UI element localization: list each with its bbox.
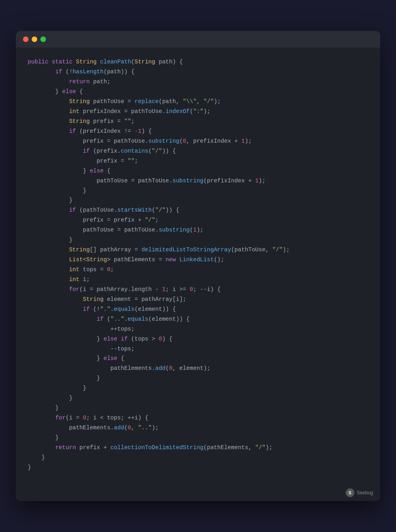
code-line-19: pathToUse = pathToUse.substring(1);	[28, 225, 368, 235]
seebug-brand: S Seebug	[346, 488, 373, 497]
code-line-17: if (pathToUse.startsWith("/")) {	[28, 205, 368, 215]
titlebar	[16, 31, 380, 48]
code-line-10: if (prefix.contains("/")) {	[28, 146, 368, 156]
code-line-7: String prefix = "";	[28, 117, 368, 126]
code-line-12: } else {	[28, 166, 368, 176]
code-line-32: } else if (tops > 0) {	[28, 334, 368, 344]
code-line-43: }	[28, 433, 368, 443]
code-line-46: }	[28, 453, 368, 463]
code-line-31: ++tops;	[28, 324, 368, 334]
code-line-28: String element = pathArray[i];	[28, 295, 368, 304]
code-line-42: pathElements.add(0, "..");	[28, 423, 368, 433]
code-line-45: return prefix + collectionToDelimitedStr…	[28, 443, 368, 453]
code-line-22: String[] pathArray = delimitedListToStri…	[28, 245, 368, 255]
close-button[interactable]	[23, 36, 29, 42]
minimize-button[interactable]	[32, 36, 37, 42]
code-line-39: }	[28, 403, 368, 413]
code-line-8: if (prefixIndex != -1) {	[28, 126, 368, 136]
code-line-35: pathElements.add(0, element);	[28, 364, 368, 373]
code-line-11: prefix = "";	[28, 156, 368, 166]
code-line-13: pathToUse = pathToUse.substring(prefixIn…	[28, 176, 368, 186]
seebug-icon: S	[346, 488, 354, 497]
code-line-24: int tops = 0;	[28, 265, 368, 275]
code-line-6: int prefixIndex = pathToUse.indexOf(":")…	[28, 107, 368, 117]
code-line-15: }	[28, 195, 368, 205]
code-line-5: String pathToUse = replace(path, "\\", "…	[28, 97, 368, 107]
code-line-37: }	[28, 383, 368, 393]
maximize-button[interactable]	[40, 36, 46, 42]
code-line-3: return path;	[28, 77, 368, 87]
code-line-30: if ("..".equals(element)) {	[28, 314, 368, 324]
code-line-18: prefix = prefix + "/";	[28, 215, 368, 225]
code-line-41: for(i = 0; i < tops; ++i) {	[28, 413, 368, 423]
code-line-26: int i;	[28, 275, 368, 285]
code-line-36: }	[28, 373, 368, 383]
code-line-23: List<String> pathElements = new LinkedLi…	[28, 255, 368, 265]
code-line-38: }	[28, 393, 368, 403]
code-line-9: prefix = pathToUse.substring(0, prefixIn…	[28, 136, 368, 146]
code-line-29: if (!".".equals(element)) {	[28, 304, 368, 314]
code-line-33: --tops;	[28, 344, 368, 354]
seebug-label: Seebug	[357, 490, 373, 496]
code-window: public static String cleanPath(String pa…	[16, 31, 380, 501]
code-line-27: for(i = pathArray.length - 1; i >= 0; --…	[28, 285, 368, 295]
code-line-47: }	[28, 463, 368, 473]
code-editor: public static String cleanPath(String pa…	[16, 48, 380, 484]
code-line-34: } else {	[28, 354, 368, 364]
footer: S Seebug	[16, 484, 380, 501]
code-line-20: }	[28, 235, 368, 245]
code-line-1: public static String cleanPath(String pa…	[28, 57, 368, 67]
code-line-4: } else {	[28, 87, 368, 97]
code-line-14: }	[28, 186, 368, 196]
code-line-2: if (!hasLength(path)) {	[28, 67, 368, 77]
